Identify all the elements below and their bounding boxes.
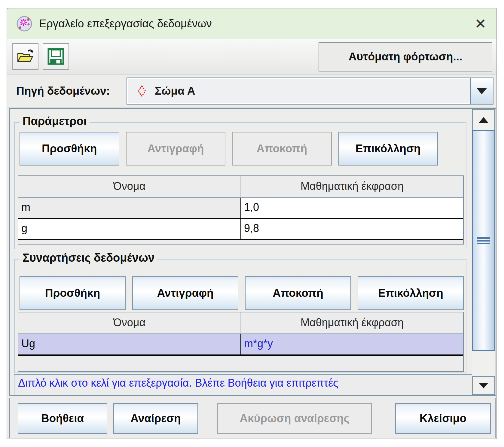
cell-expression[interactable]: m*g*y [240, 334, 463, 354]
scrollbar-thumb[interactable] [472, 130, 495, 351]
cell-name[interactable]: g [18, 219, 240, 239]
data-source-selected: Σώμα Α [155, 85, 195, 97]
parameters-table-header: Όνομα Μαθηματική έκφραση [18, 176, 463, 198]
functions-group-title: Συναρτήσεις δεδομένων [20, 251, 157, 264]
data-source-label: Πηγή δεδομένων: [16, 75, 110, 107]
scrollbar-track[interactable] [472, 351, 495, 376]
functions-copy-button[interactable]: Αντιγραφή [132, 276, 238, 310]
close-dialog-button[interactable]: Κλείσιμο [395, 403, 491, 434]
table-row[interactable]: g 9,8 [18, 219, 463, 240]
data-source-combobox[interactable]: Σώμα Α [127, 78, 493, 105]
help-button[interactable]: Βοήθεια [18, 403, 107, 434]
data-editor-dialog: Εργαλείο επεξεργασίας δεδομένων ✕ Αυτόμα… [7, 8, 497, 439]
functions-paste-button[interactable]: Επικόλληση [358, 276, 464, 310]
cell-expression[interactable]: 9,8 [240, 219, 463, 239]
data-source-row: Πηγή δεδομένων: Σώμα Α [7, 75, 496, 108]
save-floppy-icon [47, 48, 65, 65]
save-button[interactable] [43, 43, 69, 70]
parameters-paste-button[interactable]: Επικόλληση [338, 132, 438, 166]
undo-button[interactable]: Αναίρεση [113, 403, 198, 434]
chevron-down-icon [476, 88, 487, 94]
functions-group: Συναρτήσεις δεδομένων Προσθήκη Αντιγραφή… [14, 259, 466, 373]
column-header-expression: Μαθηματική έκφραση [240, 312, 463, 333]
parameters-group: Παράμετροι Προσθήκη Αντιγραφή Αποκοπή Επ… [14, 122, 466, 249]
column-header-name: Όνομα [18, 312, 240, 333]
parameters-group-title: Παράμετροι [20, 115, 90, 128]
table-row[interactable]: m 1,0 [18, 198, 463, 219]
parameters-table: Όνομα Μαθηματική έκφραση m 1,0 g 9,8 [18, 175, 464, 245]
open-file-button[interactable] [12, 43, 38, 70]
functions-add-button[interactable]: Προσθήκη [20, 276, 126, 310]
cell-name[interactable]: m [18, 198, 240, 218]
table-row-selected[interactable]: Ug m*g*y [18, 334, 463, 356]
functions-table: Όνομα Μαθηματική έκφραση Ug m*g*y [18, 312, 464, 372]
parameters-button-row: Προσθήκη Αντιγραφή Αποκοπή Επικόλληση [20, 132, 438, 166]
functions-button-row: Προσθήκη Αντιγραφή Αποκοπή Επικόλληση [20, 276, 464, 310]
titlebar: Εργαλείο επεξεργασίας δεδομένων ✕ [7, 8, 496, 39]
toolbar: Αυτόματη φόρτωση... [7, 39, 496, 75]
scroll-up-button[interactable] [472, 109, 495, 130]
vertical-scrollbar[interactable] [472, 109, 495, 395]
parameters-copy-button: Αντιγραφή [126, 132, 226, 166]
combobox-dropdown-button[interactable] [470, 78, 493, 104]
thumb-grip-icon [477, 236, 490, 245]
arrow-up-icon [479, 117, 488, 123]
parameters-cut-button: Αποκοπή [232, 132, 332, 166]
status-message: Διπλό κλικ στο κελί για επεξεργασία. Βλέ… [18, 377, 471, 389]
main-content: Παράμετροι Προσθήκη Αντιγραφή Αποκοπή Επ… [14, 109, 468, 395]
functions-cut-button[interactable]: Αποκοπή [245, 276, 351, 310]
status-box: Διπλό κλικ στο κελί για επεξεργασία. Βλέ… [14, 374, 475, 395]
parameters-add-button[interactable]: Προσθήκη [20, 132, 119, 166]
app-icon [16, 16, 32, 32]
auto-load-button[interactable]: Αυτόματη φόρτωση... [319, 42, 492, 71]
arrow-down-icon [479, 383, 488, 388]
cell-expression[interactable]: 1,0 [240, 198, 463, 218]
column-header-name: Όνομα [18, 176, 240, 197]
close-icon[interactable]: ✕ [475, 17, 486, 31]
main-panel: Παράμετροι Προσθήκη Αντιγραφή Αποκοπή Επ… [9, 108, 496, 396]
window-title: Εργαλείο επεξεργασίας δεδομένων [39, 17, 212, 30]
diamond-icon [137, 85, 146, 97]
column-header-expression: Μαθηματική έκφραση [240, 176, 463, 197]
redo-button: Ακύρωση αναίρεσης [217, 403, 372, 434]
cell-name[interactable]: Ug [18, 334, 240, 354]
footer-panel: Βοήθεια Αναίρεση Ακύρωση αναίρεσης Κλείσ… [9, 398, 496, 438]
functions-table-header: Όνομα Μαθηματική έκφραση [18, 312, 463, 334]
open-folder-icon [16, 48, 35, 65]
scroll-down-button[interactable] [472, 376, 495, 395]
